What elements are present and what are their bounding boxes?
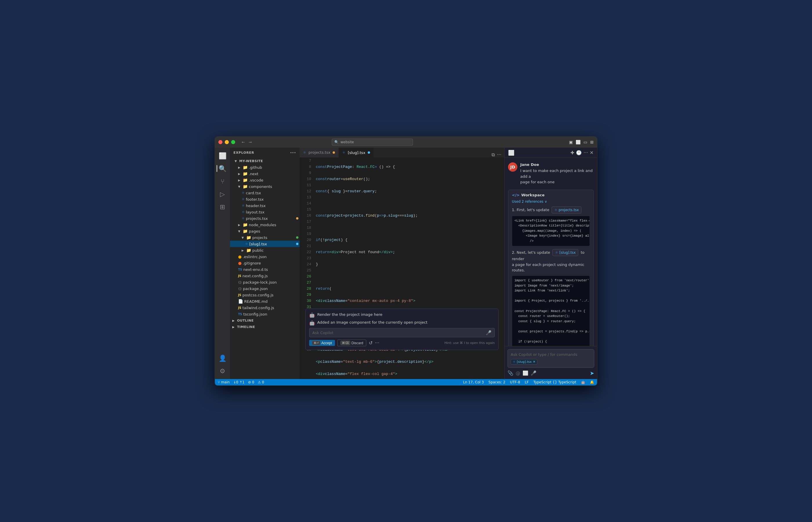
activity-source-control[interactable]: ⑂ — [217, 176, 228, 187]
sidebar-item-package[interactable]: {} package.json — [230, 285, 300, 292]
split-editor-icon[interactable]: ⧉ — [491, 152, 495, 158]
sidebar-item-next[interactable]: ▶ 📁 .next — [230, 170, 300, 177]
sync-status[interactable]: ↓0 ↑1 — [233, 380, 244, 384]
refresh-icon[interactable]: ↺ — [369, 340, 372, 346]
json-icon: {} — [238, 281, 242, 284]
sidebar-item-node-modules[interactable]: ▶ 📁 node_modules — [230, 222, 300, 228]
sidebar-item-tailwind[interactable]: JS tailwind.config.js — [230, 304, 300, 311]
tab-label: [slug].tsx — [348, 150, 365, 155]
sidebar-item-next-config[interactable]: JS next.config.js — [230, 273, 300, 279]
sidebar-item-projects-tsx[interactable]: ⚛ projects.tsx — [230, 215, 300, 222]
layout-button[interactable]: ⬜ — [576, 140, 581, 144]
more-options-icon[interactable]: ··· — [375, 340, 379, 346]
copilot-text-2: Added an Image component for the current… — [317, 320, 427, 324]
git-branch[interactable]: ⑂ main — [218, 380, 230, 384]
sidebar-item-slug-tsx[interactable]: ⚛ [slug].tsx — [230, 241, 300, 247]
sidebar-label: tsconfig.json — [243, 312, 267, 316]
line-ending[interactable]: LF — [525, 380, 529, 384]
sidebar-item-next-env[interactable]: TS next-env.d.ts — [230, 266, 300, 273]
cursor-position[interactable]: Ln 17, Col 3 — [463, 380, 484, 384]
mention-icon[interactable]: @ — [515, 370, 520, 376]
sidebar-item-package-lock[interactable]: {} package-lock.json — [230, 279, 300, 285]
chat-input-area: Ask Copilot or type / for commands ⚛ [sl… — [505, 346, 597, 379]
accept-button[interactable]: ⌘⏎ Accept — [309, 340, 335, 346]
warnings-status[interactable]: ⚠ 0 — [258, 380, 264, 384]
sidebar-actions[interactable]: ··· — [290, 150, 296, 156]
close-button[interactable] — [218, 140, 222, 144]
sidebar-item-footer[interactable]: ⚛ footer.tsx — [230, 196, 300, 202]
chat-header: ⬜ ✚ 🕐 ··· ✕ — [505, 147, 597, 158]
sidebar-item-readme[interactable]: 📄 README.md — [230, 298, 300, 304]
panel-button[interactable]: ▭ — [584, 140, 587, 144]
maximize-button[interactable] — [231, 140, 235, 144]
chat-more-icon[interactable]: ··· — [584, 150, 588, 156]
sidebar-item-pages[interactable]: ▼ 📁 pages — [230, 228, 300, 234]
notification-bell[interactable]: 🔔 — [590, 380, 594, 384]
indent-mode[interactable]: Spaces: 2 — [488, 380, 505, 384]
copilot-status-icon: 🤖 — [581, 380, 585, 384]
sidebar-timeline-section[interactable]: ▶ TIMELINE — [230, 324, 300, 330]
sidebar-item-gitignore[interactable]: ● .gitignore — [230, 260, 300, 266]
tab-projects-tsx[interactable]: ⚛ projects.tsx — [300, 147, 339, 158]
sidebar-item-header[interactable]: ⚛ header.tsx — [230, 202, 300, 209]
search-bar[interactable]: 🔍 website — [332, 139, 413, 145]
forward-button[interactable]: → — [248, 140, 252, 144]
activity-search[interactable]: 🔍 — [217, 163, 228, 174]
used-references[interactable]: Used 2 references ∨ — [512, 200, 590, 204]
sidebar-item-github[interactable]: ▶ 📁 .github — [230, 164, 300, 170]
sidebar-item-tsconfig[interactable]: TS tsconfig.json — [230, 311, 300, 317]
file-badge-slug[interactable]: ⚛ [slug].tsx — [552, 249, 578, 256]
sidebar-toggle[interactable]: ▣ — [569, 140, 573, 144]
back-button[interactable]: ← — [241, 140, 246, 144]
context-icon[interactable]: ⬜ — [523, 370, 528, 376]
folder-icon: 📁 — [243, 172, 248, 176]
copilot-action-bar: ⌘⏎ Accept ⌘⌫ Discard ↺ ··· Hint: use ⌘ I… — [309, 340, 495, 346]
activity-explorer[interactable]: ⬜ — [217, 150, 228, 162]
close-chat-icon[interactable]: ✕ — [590, 150, 594, 156]
tag-label: [slug].tsx — [517, 360, 532, 364]
sidebar-root[interactable]: ▼ MY-WEBSITE — [230, 158, 300, 164]
workspace-label: Workspace — [522, 193, 545, 197]
activity-settings[interactable]: ⚙ — [217, 365, 228, 377]
language-mode[interactable]: TypeScript {} TypeScript — [533, 380, 576, 384]
activity-account[interactable]: 👤 — [217, 353, 228, 364]
copilot-ask-input[interactable]: Ask Copilot 🎤 — [309, 328, 495, 337]
sidebar-item-eslintrc[interactable]: ● .eslintrc.json — [230, 254, 300, 260]
sidebar-label: header.tsx — [246, 204, 266, 208]
attach-icon[interactable]: 📎 — [508, 370, 513, 376]
sidebar-item-projects-folder[interactable]: ▼ 📁 projects — [230, 234, 300, 241]
chat-body: JD Jane Doe I want to make each project … — [505, 158, 597, 346]
discard-button[interactable]: ⌘⌫ Discard — [337, 340, 367, 346]
minimize-button[interactable] — [225, 140, 229, 144]
tab-slug-tsx[interactable]: ⚛ [slug].tsx — [339, 147, 373, 158]
sidebar-item-components[interactable]: ▼ 📁 components — [230, 183, 300, 190]
sidebar-outline-section[interactable]: ▶ OUTLINE — [230, 317, 300, 324]
sidebar-item-public[interactable]: ▶ 📁 public — [230, 247, 300, 254]
activity-run[interactable]: ▷ — [217, 188, 228, 200]
file-badge-projects[interactable]: ⚛ projects.tsx — [552, 206, 582, 214]
ts-badge-icon: ⚛ — [554, 207, 557, 213]
send-button[interactable]: ➤ — [590, 370, 594, 376]
new-chat-icon[interactable]: ✚ — [570, 150, 574, 156]
history-icon[interactable]: 🕐 — [576, 150, 582, 156]
sidebar-label: .vscode — [249, 178, 263, 182]
activity-extensions[interactable]: ⊞ — [217, 201, 228, 213]
voice-icon[interactable]: 🎤 — [531, 370, 536, 376]
sidebar-label: .eslintrc.json — [243, 255, 266, 259]
sidebar-item-postcss[interactable]: JS postcss.config.js — [230, 292, 300, 298]
more-actions-icon[interactable]: ··· — [497, 152, 502, 158]
tag-close-icon[interactable]: ✕ — [533, 360, 535, 364]
chat-context-tag[interactable]: ⚛ [slug].tsx ✕ — [511, 359, 537, 364]
tab-bar-actions: ⧉ ··· — [489, 152, 504, 158]
errors-status[interactable]: ⊘ 0 — [248, 380, 254, 384]
unsaved-indicator — [368, 152, 370, 154]
customize-layout[interactable]: ⊞ — [590, 140, 594, 144]
sidebar-item-vscode[interactable]: ▶ 📁 .vscode — [230, 177, 300, 183]
chat-input-box[interactable]: Ask Copilot or type / for commands ⚛ [sl… — [508, 349, 594, 368]
sidebar-item-layout[interactable]: ⚛ layout.tsx — [230, 209, 300, 215]
copilot-status[interactable]: 🤖 — [581, 380, 585, 384]
microphone-icon[interactable]: 🎤 — [486, 330, 491, 336]
sidebar-item-card[interactable]: ⚛ card.tsx — [230, 190, 300, 196]
sidebar-header: EXPLORER ··· — [230, 147, 300, 158]
encoding[interactable]: UTF-8 — [510, 380, 520, 384]
